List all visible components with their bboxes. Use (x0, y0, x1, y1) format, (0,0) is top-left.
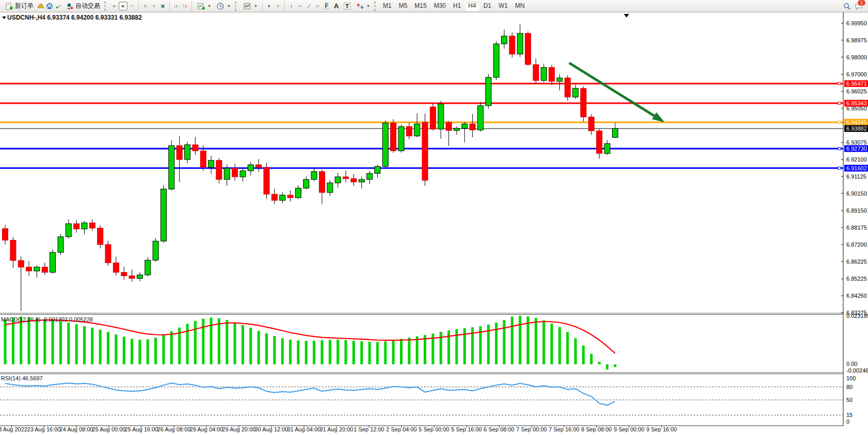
timeframe-h1-button[interactable]: H1 (450, 1, 464, 11)
svg-text:6.92100: 6.92100 (846, 156, 867, 163)
zoom-out-button[interactable] (150, 2, 158, 10)
svg-text:6.91125: 6.91125 (846, 173, 866, 180)
timeframe-h4-button[interactable]: H4 (465, 1, 479, 11)
toolbar-separator (262, 2, 263, 11)
candlestick-chart-button[interactable] (119, 2, 127, 10)
svg-text:0.00: 0.00 (846, 361, 857, 367)
templates-button[interactable]: ▼ (240, 1, 260, 11)
svg-text:29 Aug 04:00: 29 Aug 04:00 (190, 426, 223, 432)
chart-background[interactable] (0, 12, 868, 435)
timeframe-d1-button[interactable]: D1 (480, 1, 494, 11)
periods-button[interactable]: ▼ (214, 1, 233, 11)
chat-badge: 1 (857, 0, 866, 6)
svg-text:31 Aug 04:00: 31 Aug 04:00 (287, 426, 321, 432)
macd-values: -0.001302 0.005228 (42, 316, 92, 323)
search-icon[interactable] (842, 2, 851, 10)
bar-chart-button[interactable] (110, 2, 119, 10)
auto-trading-label: 自动交易 (75, 2, 100, 10)
timeframe-group: M1M5M15M30H1H4D1W1MN (380, 1, 528, 11)
svg-text:9 Sep 16:00: 9 Sep 16:00 (646, 426, 677, 432)
svg-text:6.98000: 6.98000 (846, 54, 867, 60)
svg-text:25 Aug 16:00: 25 Aug 16:00 (125, 426, 158, 432)
svg-text:6.84250: 6.84250 (846, 293, 867, 299)
horizontal-line-tool-button[interactable] (296, 2, 304, 10)
shapes-icon (356, 2, 364, 10)
svg-text:50: 50 (846, 397, 853, 403)
svg-text:100: 100 (846, 375, 856, 381)
hline-anchor (838, 83, 841, 85)
toolbar-separator (284, 2, 285, 11)
fibonacci-icon: F (325, 3, 329, 9)
svg-text:6.93882: 6.93882 (846, 125, 867, 132)
rsi-name: RSI(14) (1, 375, 21, 381)
svg-text:6 Sep 08:00: 6 Sep 08:00 (484, 426, 514, 432)
chart-ohlc-values: 6.93374 6.94200 6.93331 6.93882 (47, 14, 142, 21)
crosshair-tool-button[interactable] (274, 2, 282, 10)
timeframe-m15-button[interactable]: M15 (411, 1, 429, 11)
auto-trading-button[interactable]: 自动交易 (62, 1, 103, 11)
svg-text:0.023189: 0.023189 (846, 313, 868, 319)
label-tool-button[interactable]: T (341, 1, 353, 11)
chevron-down-icon: ▼ (227, 4, 231, 8)
macd-name: MACD(12,26,9) (1, 316, 40, 323)
svg-text:6.97000: 6.97000 (846, 71, 867, 77)
hline-anchor (838, 121, 841, 123)
chat-button[interactable]: 1 (854, 2, 863, 10)
text-tool-button[interactable]: A (331, 1, 341, 11)
symbol-collapse-icon[interactable] (2, 17, 6, 19)
mql-community-icon[interactable] (45, 2, 54, 10)
shapes-tool-button[interactable]: ▼ (353, 1, 373, 11)
svg-text:2 Sep 04:00: 2 Sep 04:00 (386, 426, 416, 432)
timeframe-m1-button[interactable]: M1 (380, 1, 395, 11)
toolbar-grip (374, 2, 377, 11)
channel-tool-button[interactable] (313, 2, 322, 10)
fibonacci-tool-button[interactable]: F (322, 1, 331, 11)
toolbar: 新订单 自动交易 ▼ ▼ ▼ (0, 0, 868, 12)
svg-text:30 Aug 12:00: 30 Aug 12:00 (255, 426, 288, 432)
toolbar-separator (138, 2, 139, 11)
cursor-tool-button[interactable] (265, 2, 274, 10)
chevron-down-icon: ▼ (207, 4, 211, 8)
new-order-label: 新订单 (15, 2, 34, 10)
trendline-tool-button[interactable] (304, 2, 313, 10)
svg-text:6.91602: 6.91602 (846, 165, 867, 171)
svg-text:6.86225: 6.86225 (846, 259, 867, 265)
svg-text:80: 80 (846, 384, 853, 390)
new-order-icon (5, 2, 13, 10)
mt4-window: 新订单 自动交易 ▼ ▼ ▼ (0, 0, 868, 435)
svg-text:6.87200: 6.87200 (846, 241, 867, 248)
chevron-down-icon: ▼ (254, 4, 258, 8)
svg-text:29 Aug 20:00: 29 Aug 20:00 (222, 426, 256, 432)
indicators-button[interactable]: ▼ (194, 1, 214, 11)
zoom-in-button[interactable] (141, 2, 150, 10)
vertical-line-tool-button[interactable] (287, 2, 296, 10)
svg-text:7 Sep 00:00: 7 Sep 00:00 (516, 426, 546, 432)
chart-area[interactable]: 6.999506.989756.980006.970006.960256.950… (0, 12, 868, 435)
timeframe-mn-button[interactable]: MN (512, 1, 528, 11)
signals-icon[interactable] (54, 2, 62, 10)
svg-text:1 Sep 12:00: 1 Sep 12:00 (353, 426, 384, 432)
rsi-value: 46.5697 (22, 375, 43, 381)
time-axis[interactable]: 23 Aug 202223 Aug 16:0024 Aug 08:0025 Au… (0, 426, 677, 432)
timeframe-m30-button[interactable]: M30 (431, 1, 449, 11)
chart-shift-button[interactable] (181, 2, 189, 10)
tile-windows-button[interactable] (158, 2, 167, 10)
svg-text:6.94245: 6.94245 (846, 119, 867, 125)
svg-text:6.85225: 6.85225 (846, 276, 867, 282)
chart-canvas[interactable]: 6.999506.989756.980006.970006.960256.950… (0, 12, 868, 435)
svg-text:6.98975: 6.98975 (846, 37, 867, 43)
rsi-indicator-label: RSI(14) 46.5697 (1, 375, 43, 381)
timeframe-w1-button[interactable]: W1 (495, 1, 511, 11)
svg-text:-0.002468: -0.002468 (846, 367, 868, 374)
auto-scroll-button[interactable] (172, 2, 181, 10)
svg-text:6.89150: 6.89150 (846, 207, 867, 214)
hline-anchor (838, 167, 841, 169)
chart-symbol-period: USDCNH-,H4 (7, 14, 45, 21)
macd-indicator-label: MACD(12,26,9) -0.001302 0.005228 (1, 316, 93, 323)
gold-ingot-icon[interactable] (36, 2, 45, 10)
timeframe-m5-button[interactable]: M5 (396, 1, 411, 11)
svg-text:6.90150: 6.90150 (846, 190, 867, 197)
line-chart-button[interactable] (127, 2, 136, 10)
svg-text:6.93075: 6.93075 (846, 139, 867, 146)
new-order-button[interactable]: 新订单 (2, 1, 36, 11)
